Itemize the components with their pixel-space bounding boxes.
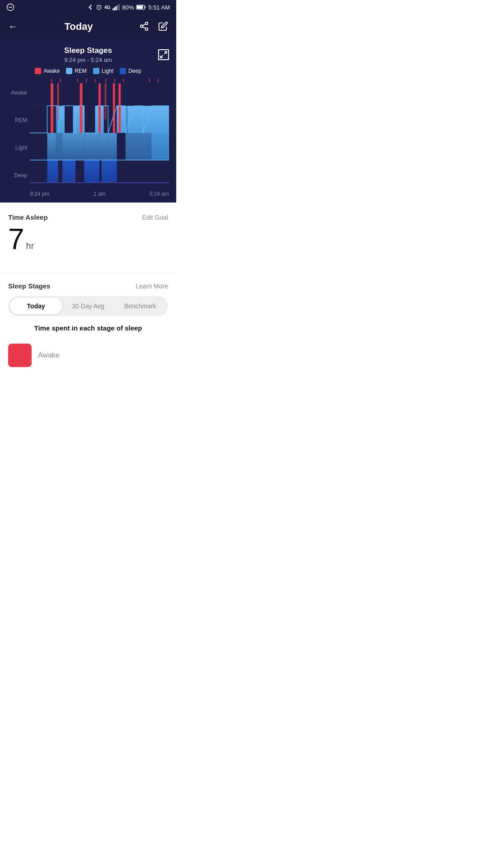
svg-rect-11: [137, 5, 143, 9]
edit-button[interactable]: [158, 21, 168, 33]
svg-rect-54: [156, 106, 164, 133]
svg-point-13: [145, 22, 148, 24]
tab-switcher: Today 30 Day Avg Benchmark: [8, 296, 168, 316]
svg-rect-37: [75, 133, 84, 160]
svg-rect-60: [113, 83, 115, 133]
x-label-start: 9:24 pm: [30, 191, 49, 197]
expand-icon: [160, 51, 168, 59]
x-label-mid: 1 am: [94, 191, 106, 197]
svg-point-15: [145, 28, 148, 30]
y-label-rem: REM: [7, 117, 27, 123]
svg-rect-36: [62, 133, 75, 160]
time-asleep-section: Time Asleep Edit Goal 7 hr: [0, 203, 176, 273]
legend-awake: Awake: [35, 68, 60, 74]
tab-benchmark[interactable]: Benchmark: [114, 298, 166, 314]
legend-deep: Deep: [120, 68, 141, 74]
legend-light: Light: [93, 68, 113, 74]
awake-color-box: [8, 344, 32, 367]
svg-rect-44: [47, 160, 58, 183]
svg-line-3: [97, 5, 97, 5]
page-title: Today: [64, 21, 93, 33]
x-label-end: 5:24 am: [150, 191, 169, 197]
rem-dot: [66, 68, 72, 74]
y-label-light: Light: [7, 145, 27, 151]
edit-icon: [158, 21, 168, 31]
awake-dot: [35, 68, 41, 74]
header: ← Today: [0, 14, 176, 40]
minus-circle-icon: [6, 3, 14, 11]
svg-line-16: [143, 27, 145, 28]
chart-area: Awake REM Light Deep: [7, 79, 169, 189]
svg-rect-47: [102, 160, 117, 183]
status-time: 5:51 AM: [148, 4, 170, 11]
svg-rect-40: [108, 133, 117, 160]
time-asleep-value: 7: [8, 225, 24, 254]
back-button[interactable]: ←: [8, 21, 18, 33]
svg-rect-9: [119, 4, 120, 10]
svg-rect-55: [51, 83, 53, 133]
svg-rect-39: [97, 133, 108, 160]
chart-svg: [30, 79, 169, 189]
y-label-deep: Deep: [7, 172, 27, 179]
tab-today[interactable]: Today: [10, 298, 62, 314]
svg-rect-6: [114, 7, 116, 10]
time-asleep-label: Time Asleep: [8, 213, 48, 221]
svg-point-14: [141, 25, 143, 28]
stages-label: Sleep Stages: [8, 282, 50, 290]
svg-rect-49: [73, 106, 84, 133]
share-icon: [139, 21, 149, 31]
network-label: 4G: [104, 5, 110, 10]
legend-rem: REM: [66, 68, 87, 74]
chart-y-labels: Awake REM Light Deep: [7, 79, 30, 189]
awake-item-label: Awake: [38, 351, 60, 359]
battery-icon: [136, 5, 146, 10]
sleep-stages-section: Sleep Stages Learn More Today 30 Day Avg…: [0, 273, 176, 374]
svg-rect-59: [105, 83, 107, 119]
chart-section: Sleep Stages 9:24 pm - 5:24 am Awake REM…: [0, 40, 176, 203]
chart-title: Sleep Stages: [64, 46, 112, 55]
deep-dot: [120, 68, 126, 74]
edit-goal-button[interactable]: Edit Goal: [142, 214, 168, 221]
stages-description: Time spent in each stage of sleep: [8, 324, 168, 332]
svg-rect-38: [84, 133, 97, 160]
chart-subtitle: 9:24 pm - 5:24 am: [64, 57, 112, 63]
svg-rect-5: [113, 9, 114, 10]
svg-rect-45: [62, 160, 75, 183]
legend: Awake REM Light Deep: [7, 68, 169, 74]
battery-percent: 80%: [122, 4, 134, 11]
tab-30day[interactable]: 30 Day Avg: [62, 298, 114, 314]
sleep-chart-svg: [30, 79, 169, 187]
status-bar: 4G 80% 5:51 AM: [0, 0, 176, 14]
chart-title-row: Sleep Stages 9:24 pm - 5:24 am: [7, 46, 169, 63]
svg-rect-8: [117, 5, 118, 10]
expand-button[interactable]: [158, 49, 169, 60]
y-label-awake: Awake: [7, 90, 27, 96]
time-asleep-unit: hr: [26, 241, 34, 251]
time-asleep-value-row: 7 hr: [8, 225, 168, 254]
share-button[interactable]: [139, 21, 149, 33]
stage-item-awake: Awake: [8, 339, 168, 367]
status-left: [6, 3, 14, 11]
svg-line-4: [100, 5, 101, 5]
stages-header: Sleep Stages Learn More: [8, 282, 168, 290]
svg-rect-51: [117, 106, 126, 133]
svg-rect-61: [118, 83, 121, 133]
svg-rect-12: [145, 6, 146, 9]
alarm-icon: [96, 4, 102, 10]
bluetooth-icon: [87, 4, 94, 10]
header-actions: [139, 21, 168, 33]
light-dot: [93, 68, 99, 74]
status-right: 4G 80% 5:51 AM: [87, 4, 170, 11]
learn-more-button[interactable]: Learn More: [136, 283, 168, 290]
svg-rect-7: [116, 6, 117, 10]
signal-icon: [113, 4, 120, 10]
svg-line-17: [143, 24, 145, 25]
svg-rect-58: [99, 83, 101, 133]
chart-x-labels: 9:24 pm 1 am 5:24 am: [7, 191, 169, 197]
time-asleep-row: Time Asleep Edit Goal: [8, 213, 168, 221]
svg-rect-34: [47, 133, 56, 160]
svg-rect-46: [84, 160, 99, 183]
svg-rect-57: [80, 83, 83, 133]
